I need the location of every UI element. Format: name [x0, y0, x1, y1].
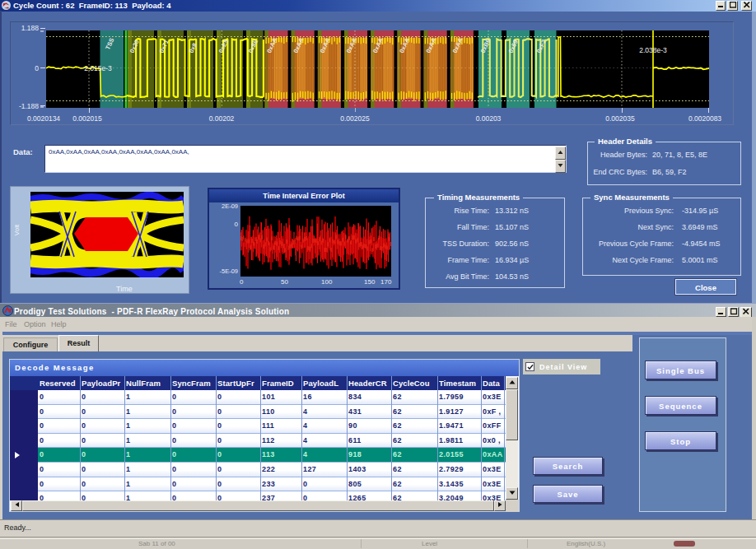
svg-text:2.038e-3: 2.038e-3 [639, 46, 667, 54]
svg-text:2.015e-3: 2.015e-3 [84, 64, 112, 72]
